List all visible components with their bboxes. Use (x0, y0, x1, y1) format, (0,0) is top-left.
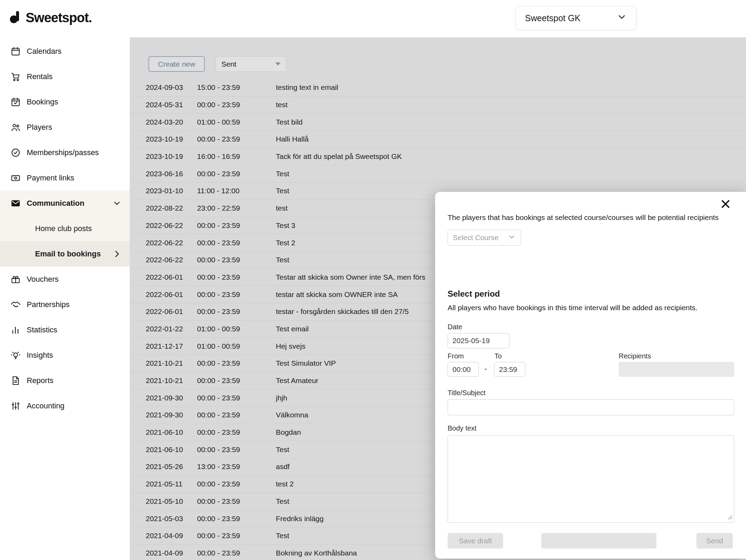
sidebar-item-rentals[interactable]: Rentals (0, 64, 130, 89)
table-row[interactable]: 2024-09-0315:00 - 23:59testing text in e… (130, 79, 746, 96)
row-date: 2021-04-09 (146, 532, 183, 540)
table-row[interactable]: 2023-10-1900:00 - 23:59Halli Hallå (130, 131, 746, 148)
sidebar-item-label: Rentals (27, 72, 53, 81)
row-time: 00:00 - 23:59 (197, 376, 240, 385)
body-text-input[interactable] (448, 435, 734, 523)
row-subject: Hej svejs (276, 342, 305, 350)
create-new-label: Create new (158, 60, 195, 68)
sweetspot-logo-icon (8, 10, 23, 26)
sidebar-item-label: Reports (27, 376, 53, 385)
row-subject: Test (276, 446, 289, 454)
select-period-description: All players who have bookings in this ti… (448, 304, 697, 312)
row-time: 00:00 - 23:59 (197, 221, 240, 230)
sidebar-item-players[interactable]: Players (0, 114, 130, 140)
row-date: 2022-06-22 (146, 256, 183, 264)
sidebar-item-calendars[interactable]: Calendars (0, 39, 130, 64)
row-date: 2022-06-01 (146, 290, 183, 299)
people-icon (10, 122, 21, 133)
cart-icon (10, 71, 21, 82)
sidebar-subitem-label: Email to bookings (35, 249, 101, 258)
lightbulb-icon (10, 350, 21, 360)
table-row[interactable]: 2024-05-3100:00 - 23:59test (130, 96, 746, 114)
sidebar-item-bookings[interactable]: Bookings (0, 89, 130, 114)
sidebar-item-communication[interactable]: Communication (0, 190, 130, 216)
from-label: From (448, 352, 464, 360)
from-time-input[interactable] (448, 362, 479, 377)
sidebar-item-vouchers[interactable]: Vouchers (0, 266, 130, 292)
resize-grip-icon[interactable] (728, 515, 732, 521)
recipients-field[interactable] (619, 362, 734, 377)
select-period-heading: Select period (448, 289, 500, 299)
sidebar-item-statistics[interactable]: Statistics (0, 317, 130, 342)
sidebar-item-label: Insights (27, 351, 53, 360)
row-subject: test (276, 204, 288, 212)
table-row[interactable]: 2023-10-1916:00 - 16:59Tack för att du s… (130, 148, 746, 166)
row-subject: Test bild (276, 118, 303, 126)
sidebar-item-accounting[interactable]: Accounting (0, 393, 130, 418)
row-date: 2023-06-16 (146, 170, 183, 178)
row-time: 00:00 - 23:59 (197, 273, 240, 281)
club-selector-value: Sweetspot GK (525, 13, 580, 23)
row-time: 01:00 - 00:59 (197, 118, 240, 126)
send-button[interactable]: Send (696, 533, 733, 549)
sidebar-item-payment-links[interactable]: Payment links (0, 165, 130, 190)
document-icon (10, 375, 21, 386)
row-date: 2022-08-22 (146, 204, 183, 212)
title-subject-input[interactable] (448, 399, 734, 415)
body-text-wrap (448, 435, 734, 523)
row-time: 00:00 - 23:59 (197, 394, 240, 402)
club-selector-dropdown[interactable]: Sweetspot GK (516, 6, 636, 30)
envelope-icon (10, 198, 21, 209)
row-date: 2022-06-22 (146, 239, 183, 247)
row-subject: Välkomna (276, 411, 308, 419)
table-row[interactable]: 2023-06-1600:00 - 23:59Test (130, 165, 746, 183)
row-subject: testar att skicka som OWNER inte SA (276, 290, 398, 299)
row-date: 2022-06-01 (146, 273, 183, 281)
sliders-icon (10, 401, 21, 411)
to-time-input[interactable] (494, 362, 525, 377)
table-row[interactable]: 2024-03-2001:00 - 00:59Test bild (130, 113, 746, 131)
row-subject: testing text in email (276, 83, 338, 92)
sidebar-item-partnerships[interactable]: Partnerships (0, 292, 130, 317)
chevron-down-icon (112, 199, 121, 208)
row-subject: jhjh (276, 394, 287, 402)
row-time: 00:00 - 23:59 (197, 411, 240, 419)
row-date: 2021-05-26 (146, 463, 183, 471)
save-draft-button[interactable]: Save draft (448, 533, 503, 549)
row-date: 2021-09-30 (146, 394, 183, 402)
banknote-icon (10, 173, 21, 183)
sidebar-item-label: Players (27, 123, 52, 132)
sidebar-item-label: Bookings (27, 97, 58, 107)
middle-action-button[interactable] (541, 533, 656, 549)
row-subject: Test (276, 170, 289, 178)
row-date: 2021-10-21 (146, 376, 183, 385)
body-text-label: Body text (448, 424, 476, 432)
row-subject: Bogdan (276, 428, 301, 436)
row-time: 23:00 - 22:59 (197, 204, 240, 212)
row-time: 11:00 - 12:00 (197, 187, 239, 195)
select-course-dropdown[interactable]: Select Course (448, 230, 521, 246)
row-time: 16:00 - 16:59 (197, 152, 240, 161)
calendar-icon (10, 46, 21, 57)
row-time: 00:00 - 23:59 (197, 446, 240, 454)
sidebar-item-insights[interactable]: Insights (0, 342, 130, 368)
row-time: 15:00 - 23:59 (197, 83, 240, 92)
sidebar-item-reports[interactable]: Reports (0, 368, 130, 393)
sidebar-subitem-home-club-posts[interactable]: Home club posts (0, 216, 130, 241)
bar-chart-icon (10, 325, 21, 335)
sidebar-item-memberships[interactable]: Memberships/passes (0, 140, 130, 165)
create-new-button[interactable]: Create new (149, 56, 205, 72)
row-subject: Test email (276, 325, 309, 333)
sidebar-subitem-email-to-bookings[interactable]: Email to bookings (0, 241, 130, 266)
row-date: 2021-12-17 (146, 342, 183, 350)
sidebar-item-label: Payment links (27, 173, 74, 183)
row-date: 2024-09-03 (146, 83, 183, 92)
status-filter-dropdown[interactable]: Sent (215, 56, 286, 72)
topbar: Sweetspot. Sweetspot GK (0, 0, 746, 37)
sidebar-item-label: Partnerships (27, 300, 70, 309)
sidebar-item-label: Vouchers (27, 275, 59, 284)
row-time: 01:00 - 00:59 (197, 342, 240, 350)
date-input[interactable] (448, 333, 509, 348)
row-subject: Tack för att du spelat på Sweetspot GK (276, 152, 402, 161)
close-icon[interactable] (719, 197, 732, 211)
